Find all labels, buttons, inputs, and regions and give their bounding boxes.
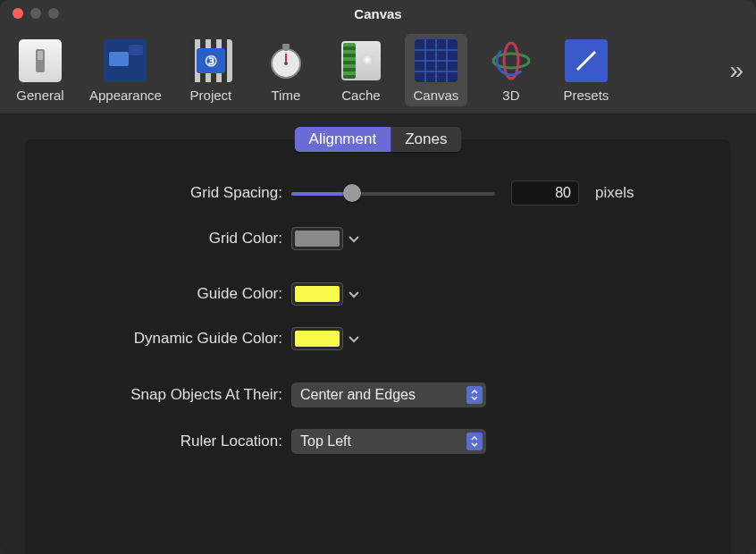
dynamic-guide-color-well[interactable] xyxy=(291,327,343,350)
content-area: Alignment Zones Grid Spacing: 80 pixels … xyxy=(0,114,756,554)
tab-appearance[interactable]: Appearance xyxy=(84,34,167,106)
time-icon xyxy=(265,39,307,82)
presets-icon xyxy=(565,39,608,82)
svg-line-14 xyxy=(577,52,595,70)
ruler-location-value: Top Left xyxy=(300,433,351,449)
tab-project[interactable]: ③ Project xyxy=(180,34,242,106)
grid-color-well[interactable] xyxy=(291,227,343,250)
chevron-down-icon[interactable] xyxy=(349,286,359,302)
guide-color-label: Guide Color: xyxy=(41,285,291,303)
tab-presets[interactable]: Presets xyxy=(555,34,617,106)
snap-objects-popup[interactable]: Center and Edges xyxy=(291,382,486,407)
row-grid-color: Grid Color: xyxy=(41,227,715,250)
canvas-icon xyxy=(415,39,458,82)
tab-canvas[interactable]: Canvas xyxy=(405,34,467,106)
row-grid-spacing: Grid Spacing: 80 pixels xyxy=(41,180,715,206)
svg-point-13 xyxy=(491,40,531,80)
preferences-toolbar: General Appearance ③ Project Time xyxy=(0,27,756,114)
ruler-location-popup[interactable]: Top Left xyxy=(291,429,486,454)
row-guide-color: Guide Color: xyxy=(41,282,715,306)
cache-icon xyxy=(340,39,382,82)
grid-color-label: Grid Color: xyxy=(41,230,291,248)
updown-arrows-icon xyxy=(466,386,483,404)
ruler-location-label: Ruler Location: xyxy=(41,432,291,450)
settings-panel: Alignment Zones Grid Spacing: 80 pixels … xyxy=(25,139,731,554)
tab-general[interactable]: General xyxy=(9,34,71,106)
sub-tab-control: Alignment Zones xyxy=(295,127,462,152)
grid-spacing-slider[interactable] xyxy=(291,184,495,202)
tab-time[interactable]: Time xyxy=(255,34,317,106)
svg-rect-2 xyxy=(284,47,288,51)
toolbar-overflow-icon[interactable]: » xyxy=(729,56,745,85)
tab-cache[interactable]: Cache xyxy=(330,34,392,106)
grid-spacing-unit: pixels xyxy=(595,184,634,202)
dynamic-guide-color-label: Dynamic Guide Color: xyxy=(41,330,291,348)
tab-3d[interactable]: 3D xyxy=(480,34,542,106)
row-ruler-location: Ruler Location: Top Left xyxy=(41,429,715,454)
tab-zones[interactable]: Zones xyxy=(391,127,461,152)
row-dynamic-guide-color: Dynamic Guide Color: xyxy=(41,327,715,350)
appearance-icon xyxy=(104,39,147,82)
tab-alignment[interactable]: Alignment xyxy=(295,127,391,152)
project-icon: ③ xyxy=(189,39,232,82)
grid-spacing-label: Grid Spacing: xyxy=(41,184,291,202)
svg-point-4 xyxy=(284,62,288,65)
titlebar[interactable]: Canvas xyxy=(0,0,756,27)
chevron-down-icon[interactable] xyxy=(349,331,359,347)
snap-objects-label: Snap Objects At Their: xyxy=(41,386,291,404)
row-snap-objects: Snap Objects At Their: Center and Edges xyxy=(41,382,715,407)
general-icon xyxy=(19,39,62,82)
guide-color-well[interactable] xyxy=(291,282,343,306)
chevron-down-icon[interactable] xyxy=(349,231,359,247)
updown-arrows-icon xyxy=(466,432,483,450)
grid-spacing-field[interactable]: 80 xyxy=(511,180,579,206)
snap-objects-value: Center and Edges xyxy=(300,387,416,403)
3d-icon xyxy=(490,39,533,82)
window-title: Canvas xyxy=(0,6,756,21)
